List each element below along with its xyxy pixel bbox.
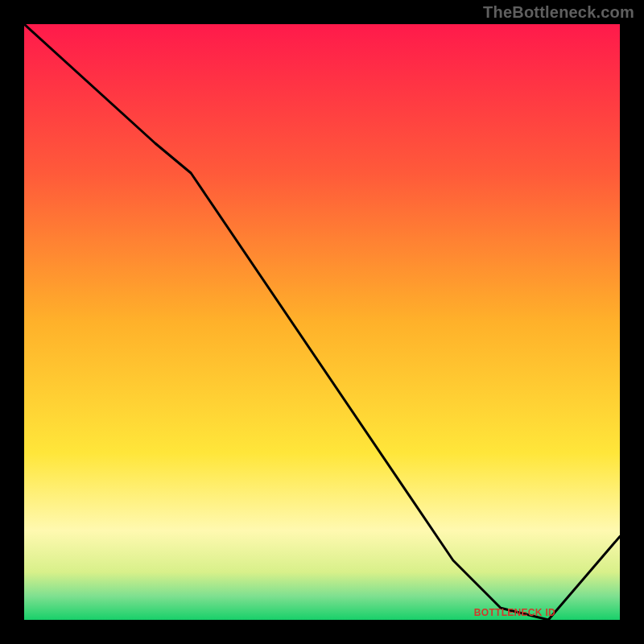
attribution-label: TheBottleneck.com: [483, 3, 634, 22]
plot-area: BOTTLENECK ID: [24, 24, 620, 620]
plot-svg: [24, 24, 620, 620]
x-axis-inline-label: BOTTLENECK ID: [474, 607, 555, 618]
chart-frame: TheBottleneck.com BOTTLENECK ID: [0, 0, 644, 644]
gradient-background: [24, 24, 620, 620]
